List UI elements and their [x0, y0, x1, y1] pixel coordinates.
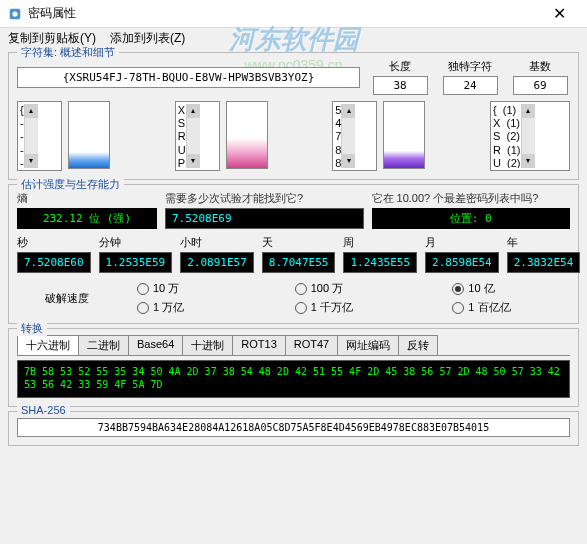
- tab-5[interactable]: ROT47: [285, 335, 338, 355]
- tab-7[interactable]: 反转: [398, 335, 438, 355]
- time-label: 天: [262, 235, 336, 250]
- scroll-up-icon[interactable]: ▴: [342, 104, 355, 118]
- scroll-up-icon[interactable]: ▴: [187, 104, 200, 118]
- speed-label: 破解速度: [17, 291, 117, 306]
- time-value: 8.7047E55: [262, 252, 336, 273]
- charset-list-1[interactable]: { - - - - }▴▾: [17, 101, 62, 171]
- hex-output[interactable]: 7B 58 53 52 55 35 34 50 4A 2D 37 38 54 4…: [17, 360, 570, 398]
- speed-radio-2[interactable]: 10 亿: [452, 281, 570, 296]
- time-label: 月: [425, 235, 499, 250]
- scroll-down-icon[interactable]: ▾: [342, 154, 355, 168]
- scroll-down-icon[interactable]: ▾: [522, 154, 535, 168]
- time-value: 7.5208E60: [17, 252, 91, 273]
- scroll-down-icon[interactable]: ▾: [187, 154, 200, 168]
- time-value: 2.8598E54: [425, 252, 499, 273]
- sha-legend: SHA-256: [17, 404, 70, 416]
- unique-label: 独特字符: [448, 59, 492, 74]
- gradient-bar-3: [383, 101, 425, 169]
- speed-radio-1[interactable]: 100 万: [295, 281, 413, 296]
- speed-radio-3[interactable]: 1 万亿: [137, 300, 255, 315]
- sha-value[interactable]: 734BB7594BA634E28084A12618A05C8D75A5F8E4…: [17, 418, 570, 437]
- attempts-label: 需要多少次试验才能找到它?: [165, 191, 364, 206]
- scroll-up-icon[interactable]: ▴: [522, 104, 535, 118]
- tab-4[interactable]: ROT13: [232, 335, 285, 355]
- tab-2[interactable]: Base64: [128, 335, 183, 355]
- gradient-bar-1: [68, 101, 110, 169]
- time-value: 2.3832E54: [507, 252, 581, 273]
- charset-list-3[interactable]: 5 4 7 8 8▴▾: [332, 101, 377, 171]
- gradient-bar-2: [226, 101, 268, 169]
- speed-radio-4[interactable]: 1 千万亿: [295, 300, 413, 315]
- convert-legend: 转换: [17, 321, 47, 336]
- speed-radio-0[interactable]: 10 万: [137, 281, 255, 296]
- app-icon: [8, 7, 22, 21]
- unique-value: 24: [443, 76, 498, 95]
- charset-group: 字符集: 概述和细节 {XSRU54FJ-78TH-BQUO-E8VW-HPW3…: [8, 52, 579, 180]
- length-label: 长度: [389, 59, 411, 74]
- charset-legend: 字符集: 概述和细节: [17, 45, 119, 60]
- speed-radio-5[interactable]: 1 百亿亿: [452, 300, 570, 315]
- svg-point-1: [12, 11, 17, 16]
- entropy-value: 232.12 位 (强): [17, 208, 157, 229]
- time-value: 1.2535E59: [99, 252, 173, 273]
- tab-6[interactable]: 网址编码: [337, 335, 399, 355]
- sha-group: SHA-256 734BB7594BA634E28084A12618A05C8D…: [8, 411, 579, 446]
- time-value: 1.2435E55: [343, 252, 417, 273]
- time-label: 秒: [17, 235, 91, 250]
- time-value: 2.0891E57: [180, 252, 254, 273]
- close-button[interactable]: ✕: [539, 0, 579, 28]
- length-value: 38: [373, 76, 428, 95]
- time-label: 小时: [180, 235, 254, 250]
- convert-group: 转换 十六进制二进制Base64十进制ROT13ROT47网址编码反转 7B 5…: [8, 328, 579, 407]
- base-value: 69: [513, 76, 568, 95]
- attempts-value: 7.5208E69: [165, 208, 364, 229]
- time-label: 年: [507, 235, 581, 250]
- worst-value: 位置: 0: [372, 208, 571, 229]
- menu-add[interactable]: 添加到列表(Z): [110, 30, 185, 47]
- worst-label: 它在 10.00? 个最差密码列表中吗?: [372, 191, 571, 206]
- strength-group: 估计强度与生存能力 熵232.12 位 (强) 需要多少次试验才能找到它?7.5…: [8, 184, 579, 324]
- charset-list-2[interactable]: X S R U P▴▾: [175, 101, 220, 171]
- strength-legend: 估计强度与生存能力: [17, 177, 124, 192]
- tab-1[interactable]: 二进制: [78, 335, 129, 355]
- scroll-down-icon[interactable]: ▾: [25, 154, 38, 168]
- tab-3[interactable]: 十进制: [182, 335, 233, 355]
- time-label: 分钟: [99, 235, 173, 250]
- entropy-label: 熵: [17, 191, 157, 206]
- scroll-up-icon[interactable]: ▴: [25, 104, 38, 118]
- time-label: 周: [343, 235, 417, 250]
- base-label: 基数: [529, 59, 551, 74]
- password-display[interactable]: {XSRU54FJ-78TH-BQUO-E8VW-HPW3BSVB3YOZ}: [17, 67, 360, 88]
- window-title: 密码属性: [28, 5, 539, 22]
- charset-list-4[interactable]: { (1) X (1) S (2) R (1) U (2)▴▾: [490, 101, 570, 171]
- tab-0[interactable]: 十六进制: [17, 335, 79, 355]
- menu-copy[interactable]: 复制到剪贴板(Y): [8, 30, 96, 47]
